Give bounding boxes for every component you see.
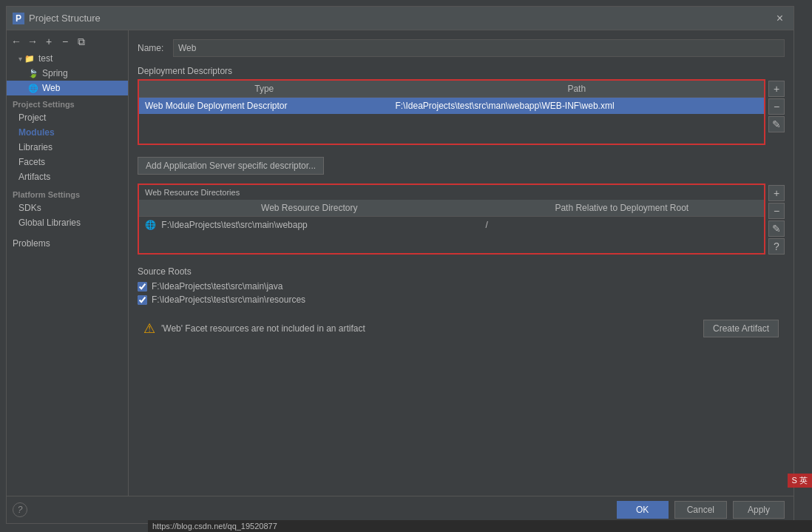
deployment-table-wrap: Type Path Web Module Deployment Descript… [138, 79, 785, 145]
tree-root[interactable]: ▾ 📁 test [7, 51, 128, 66]
deployment-descriptors-title: Deployment Descriptors [138, 66, 785, 76]
cancel-button[interactable]: Cancel [674, 501, 727, 519]
tree-spring[interactable]: 🍃 Spring [7, 66, 128, 81]
web-resource-table-wrap: Web Resource Directories Web Resource Di… [138, 183, 785, 255]
source-roots-title: Source Roots [138, 266, 785, 277]
nav-project[interactable]: Project [7, 110, 128, 125]
help-button[interactable]: ? [13, 502, 27, 517]
web-resource-container: Web Resource Directories Web Resource Di… [138, 183, 765, 255]
nav-libraries[interactable]: Libraries [7, 140, 128, 155]
bottom-bar: ? OK Cancel Apply [7, 496, 794, 523]
web-resource-row-path: / [480, 217, 764, 234]
add-descriptor-button[interactable]: Add Application Server specific descript… [138, 157, 324, 175]
deployment-row-type: Web Module Deployment Descriptor [139, 98, 389, 115]
deployment-descriptors-section: Deployment Descriptors Type Path [138, 66, 785, 145]
dialog-window: P Project Structure × ← → + − ⧉ ▾ 📁 test… [6, 6, 794, 524]
web-resource-help-button[interactable]: ? [768, 238, 785, 255]
warning-text: 'Web' Facet resources are not included i… [161, 323, 697, 334]
add-module-button[interactable]: + [42, 35, 55, 48]
nav-sdks[interactable]: SDKs [7, 201, 128, 215]
folder-icon: 📁 [24, 53, 35, 64]
source-root-checkbox-1[interactable] [138, 295, 147, 305]
source-root-path-1: F:\IdeaProjects\test\src\main\resources [152, 294, 305, 305]
source-root-item-1: F:\IdeaProjects\test\src\main\resources [138, 293, 785, 306]
tree-web[interactable]: 🌐 Web [7, 81, 128, 95]
deployment-remove-button[interactable]: − [768, 98, 785, 115]
web-resource-edit-button[interactable]: ✎ [768, 220, 785, 237]
create-artifact-button[interactable]: Create Artifact [703, 320, 779, 337]
project-settings-label: Project Settings [7, 95, 128, 110]
web-dir-icon: 🌐 [145, 220, 156, 230]
deployment-table: Type Path Web Module Deployment Descript… [139, 81, 764, 114]
web-resource-buttons: + − ✎ ? [768, 183, 785, 255]
nav-facets[interactable]: Facets [7, 155, 128, 169]
url-bar: https://blog.csdn.net/qq_19520877 [148, 520, 812, 532]
tree-web-label: Web [42, 83, 60, 93]
dialog-title: Project Structure [29, 13, 772, 24]
web-resource-section-wrap: Web Resource Directories Web Resource Di… [138, 183, 785, 255]
web-icon: 🌐 [27, 82, 39, 94]
web-resource-col-dir: Web Resource Directory [139, 200, 480, 217]
sidebar: ← → + − ⧉ ▾ 📁 test 🍃 Spring 🌐 Web Proj [7, 30, 129, 496]
copy-module-button[interactable]: ⧉ [75, 35, 88, 48]
web-resource-title: Web Resource Directories [139, 185, 764, 200]
warning-bar: ⚠ 'Web' Facet resources are not included… [138, 315, 785, 342]
nav-modules[interactable]: Modules [7, 125, 128, 140]
close-button[interactable]: × [772, 10, 788, 27]
name-input[interactable] [173, 39, 785, 57]
tree-spring-label: Spring [42, 68, 68, 78]
deployment-table-container: Type Path Web Module Deployment Descript… [138, 79, 765, 145]
table-row[interactable]: Web Module Deployment Descriptor F:\Idea… [139, 98, 764, 115]
platform-settings-label: Platform Settings [7, 184, 128, 201]
deployment-edit-button[interactable]: ✎ [768, 116, 785, 132]
web-resource-add-button[interactable]: + [768, 185, 785, 201]
deployment-col-type: Type [139, 81, 389, 98]
name-label: Name: [138, 43, 167, 53]
warning-icon: ⚠ [143, 320, 155, 337]
table-row[interactable]: 🌐 F:\IdeaProjects\test\src\main\webapp / [139, 217, 764, 234]
web-resource-table: Web Resource Directory Path Relative to … [139, 200, 764, 233]
apply-button[interactable]: Apply [733, 501, 785, 519]
spring-icon: 🍃 [27, 67, 39, 79]
source-root-path-0: F:\IdeaProjects\test\src\main\java [152, 281, 282, 292]
add-descriptor-wrap: Add Application Server specific descript… [138, 154, 785, 175]
dialog-body: ← → + − ⧉ ▾ 📁 test 🍃 Spring 🌐 Web Proj [7, 30, 794, 496]
sidebar-toolbar: ← → + − ⧉ [7, 33, 128, 50]
deployment-table-buttons: + − ✎ [768, 79, 785, 145]
ok-button[interactable]: OK [617, 501, 669, 519]
title-bar: P Project Structure × [7, 7, 794, 30]
nav-artifacts[interactable]: Artifacts [7, 169, 128, 184]
source-roots-section: Source Roots F:\IdeaProjects\test\src\ma… [138, 266, 785, 306]
app-icon: P [13, 13, 24, 24]
deployment-row-path: F:\IdeaProjects\test\src\man\webapp\WEB-… [389, 98, 764, 115]
tree-arrow: ▾ [18, 55, 22, 63]
web-resource-remove-button[interactable]: − [768, 203, 785, 219]
name-row: Name: [138, 39, 785, 57]
deployment-col-path: Path [389, 81, 764, 98]
web-resource-row-dir: 🌐 F:\IdeaProjects\test\src\main\webapp [139, 217, 480, 234]
back-button[interactable]: ← [10, 35, 23, 48]
source-root-item-0: F:\IdeaProjects\test\src\main\java [138, 280, 785, 293]
web-resource-col-path: Path Relative to Deployment Root [480, 200, 764, 217]
remove-module-button[interactable]: − [58, 35, 72, 48]
watermark: S 英 [788, 474, 812, 488]
nav-problems[interactable]: Problems [7, 236, 128, 251]
deployment-add-button[interactable]: + [768, 81, 785, 97]
main-content: Name: Deployment Descriptors Type Path [129, 30, 794, 496]
source-root-checkbox-0[interactable] [138, 282, 147, 292]
forward-button[interactable]: → [26, 35, 39, 48]
nav-global-libraries[interactable]: Global Libraries [7, 215, 128, 230]
tree-root-label: test [38, 53, 53, 64]
